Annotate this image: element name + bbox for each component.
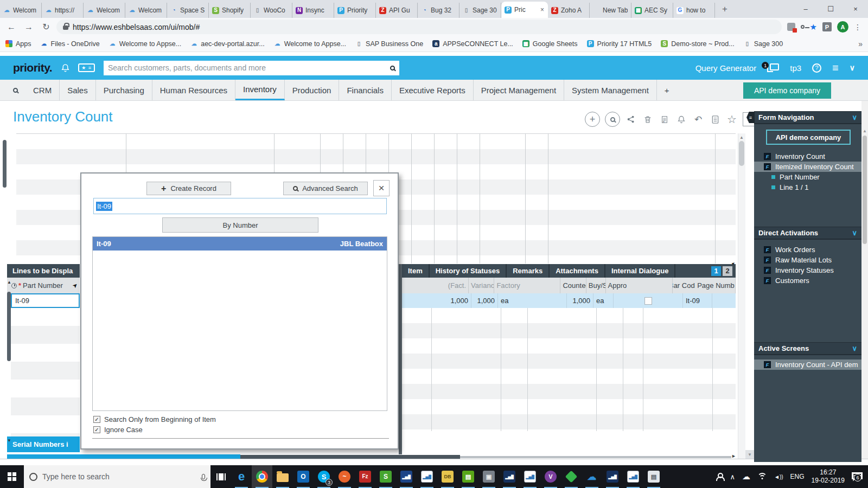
- back-button[interactable]: ←: [4, 20, 18, 34]
- serial-numbers-banner[interactable]: Serial Numbers i: [7, 436, 80, 452]
- taskbar-app-icon[interactable]: e: [231, 465, 252, 488]
- search-option-checkbox-row[interactable]: ✓ Ignore Case: [93, 426, 143, 434]
- active-screen-item[interactable]: F Inventory Count - API dem: [754, 359, 861, 370]
- taskbar-app-icon[interactable]: ▂▅█: [396, 465, 417, 488]
- browser-tab[interactable]: ▦ AEC Sy: [631, 3, 673, 18]
- nav-item[interactable]: Financials: [339, 80, 392, 100]
- browser-tab[interactable]: Z API Gu: [376, 3, 418, 18]
- taskbar-app-icon[interactable]: ▣: [478, 465, 499, 488]
- nav-item[interactable]: Inventory: [235, 80, 285, 100]
- direct-activations-header[interactable]: Direct Activations ∨: [754, 227, 861, 240]
- grid-scrollbar-thumb[interactable]: [739, 141, 744, 166]
- onedrive-cloud-icon[interactable]: ☁: [742, 472, 750, 481]
- sidebar-company-button[interactable]: API demo company: [766, 130, 851, 145]
- favorite-star-icon[interactable]: ☆: [726, 113, 738, 126]
- taskbar-app-icon[interactable]: Fz: [355, 465, 375, 488]
- password-key-icon[interactable]: [801, 25, 805, 29]
- browser-tab[interactable]: S Shopify: [209, 3, 251, 18]
- left-scrollbar-thumb[interactable]: [3, 140, 7, 188]
- direct-activation-item[interactable]: F Customers: [754, 275, 861, 286]
- undo-icon[interactable]: ↶: [692, 113, 704, 126]
- global-search-input[interactable]: Search customers, parts, documents and m…: [104, 61, 399, 75]
- bookmark-item[interactable]: ▯ SAP Business One: [355, 40, 423, 48]
- browser-scroll-up-icon[interactable]: ▲: [863, 129, 867, 133]
- collapse-section-icon[interactable]: ∨: [852, 113, 857, 121]
- taskbar-app-icon[interactable]: [252, 465, 272, 488]
- close-window-button[interactable]: ×: [843, 0, 868, 18]
- bookmark-item[interactable]: Apps: [5, 40, 31, 48]
- forward-button[interactable]: →: [22, 20, 36, 34]
- grid-scroll-down-box[interactable]: ▼: [745, 450, 754, 459]
- browser-tab[interactable]: New Tab: [590, 3, 631, 18]
- tab-close-icon[interactable]: ×: [540, 6, 545, 14]
- browser-tab[interactable]: ☁ Welcom: [125, 3, 167, 18]
- bookmarks-overflow-icon[interactable]: »: [858, 40, 863, 48]
- bookmark-item[interactable]: ☁ Welcome to Appse...: [109, 40, 181, 48]
- bookmark-item[interactable]: ▦ Google Sheets: [522, 40, 578, 48]
- language-indicator[interactable]: ENG: [790, 473, 805, 480]
- bookmark-item[interactable]: ▯ Sage 300: [744, 40, 783, 48]
- browser-tab[interactable]: ☁ https://: [42, 3, 84, 18]
- taskbar-app-icon[interactable]: S 3: [314, 465, 334, 488]
- bookmark-item[interactable]: a APPSeCONNECT Le...: [432, 40, 513, 48]
- document-icon[interactable]: [709, 113, 721, 126]
- history-clock-icon[interactable]: [11, 283, 17, 288]
- form-nav-item[interactable]: F Line 1 / 1: [754, 182, 861, 192]
- nav-item[interactable]: CRM: [25, 80, 60, 100]
- nav-item[interactable]: Project Management: [474, 80, 564, 100]
- bookmark-item[interactable]: ☁ Files - OneDrive: [41, 40, 100, 48]
- column-header[interactable]: Bar Code: [673, 278, 695, 293]
- taskbar-clock[interactable]: 16:27 19-02-2019: [812, 468, 845, 485]
- taskbar-app-icon[interactable]: ▂▅█: [623, 465, 643, 488]
- https-lock-icon[interactable]: [63, 25, 68, 30]
- part-number-cell[interactable]: It-09: [11, 293, 80, 308]
- browser-tab[interactable]: ▯ Sage 30: [459, 3, 501, 18]
- microphone-icon[interactable]: [202, 474, 205, 479]
- panel-scrollbar-thumb[interactable]: [7, 292, 11, 361]
- bookmark-item[interactable]: ☁ Welcome to Appse...: [274, 40, 346, 48]
- dialog-close-button[interactable]: ×: [373, 180, 390, 196]
- part-number-column-header[interactable]: * Part Number ➤: [7, 278, 80, 293]
- alerts-bell-icon[interactable]: [675, 113, 687, 126]
- favorites-list-icon[interactable]: ★ ≡: [78, 63, 95, 72]
- taskbar-app-icon[interactable]: ▂▅█: [417, 465, 437, 488]
- horizontal-scrollbar-track[interactable]: [460, 456, 731, 458]
- column-header[interactable]: Variance (Factory): [469, 278, 494, 293]
- browser-scrollbar-thumb[interactable]: [863, 136, 867, 244]
- column-header[interactable]: Counted Qty-Buy/S: [560, 278, 586, 293]
- form-navigation-header[interactable]: Form Navigation ∨: [754, 111, 861, 124]
- nav-search-icon[interactable]: [13, 88, 18, 93]
- new-tab-button[interactable]: +: [717, 2, 732, 17]
- start-button[interactable]: [0, 465, 24, 488]
- taskbar-app-icon[interactable]: S: [375, 465, 396, 488]
- company-selector-button[interactable]: API demo company: [743, 82, 831, 99]
- grid-scroll-up-icon[interactable]: ▲: [739, 135, 744, 140]
- taskbar-app-icon[interactable]: ▂▅█: [602, 465, 623, 488]
- bookmark-item[interactable]: S Demo-store ~ Prod...: [661, 40, 734, 48]
- browser-tab[interactable]: N Insync: [292, 3, 334, 18]
- direct-activation-item[interactable]: F Raw Material Lots: [754, 255, 861, 265]
- priority-logo[interactable]: priority.: [13, 61, 52, 74]
- create-record-button[interactable]: + Create Record: [146, 182, 231, 195]
- bookmark-star-icon[interactable]: ★: [810, 22, 817, 32]
- taskbar-app-icon[interactable]: [561, 465, 582, 488]
- taskbar-app-icon[interactable]: ▂▅█: [499, 465, 520, 488]
- checkbox-icon[interactable]: ✓: [93, 426, 100, 433]
- panel-scroll-down-icon[interactable]: ▼: [7, 438, 11, 443]
- search-icon[interactable]: [390, 66, 395, 70]
- browser-tab[interactable]: G how to: [673, 3, 715, 18]
- volume-icon[interactable]: ◄)): [774, 474, 783, 480]
- taskbar-app-icon[interactable]: [272, 465, 293, 488]
- search-option-checkbox-row[interactable]: ✓ Search Only from Beginning of Item: [93, 415, 216, 423]
- by-number-button[interactable]: By Number: [162, 217, 318, 233]
- export-excel-icon[interactable]: x: [659, 113, 671, 126]
- notifications-bell-icon[interactable]: [61, 63, 69, 72]
- subform-tab[interactable]: Item: [402, 264, 430, 278]
- collapse-section-icon[interactable]: ∨: [852, 229, 857, 237]
- table-cell[interactable]: 1,000: [471, 293, 498, 308]
- open-screens-icon[interactable]: 1: [767, 63, 779, 72]
- subform-tab[interactable]: Internal Dialogue: [605, 264, 675, 278]
- subform-tab[interactable]: History of Statuses: [430, 264, 507, 278]
- nav-item[interactable]: Human Resources: [152, 80, 235, 100]
- browser-menu-icon[interactable]: ⋮: [854, 23, 861, 31]
